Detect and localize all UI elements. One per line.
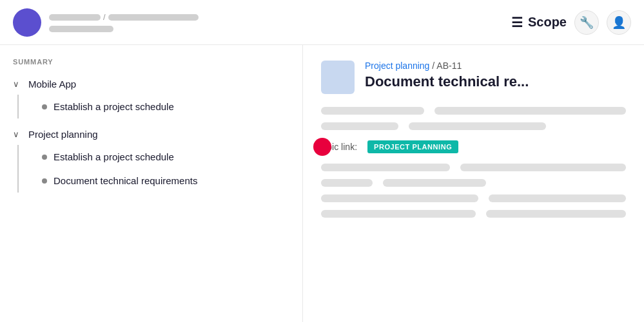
avatar (13, 8, 41, 37)
skel-2b (409, 122, 546, 130)
issue-header: Project planning / AB-11 Document techni… (321, 61, 626, 94)
wrench-icon: 🔧 (580, 15, 594, 30)
tree-parent-project-planning[interactable]: ∨ Project planning (0, 124, 302, 145)
scope-label: Scope (528, 15, 567, 30)
user-button[interactable]: 👤 (607, 10, 631, 35)
breadcrumb-part-2 (108, 14, 199, 21)
tree-group-project-planning: ∨ Project planning Establish a project s… (0, 124, 302, 193)
issue-type-icon (321, 61, 355, 94)
main-layout: SUMMARY ∨ Mobile App Establish a project… (0, 45, 644, 322)
tree-child-establish-1[interactable]: Establish a project schedule (42, 95, 302, 118)
skel-4b (383, 179, 486, 187)
skel-1b (434, 107, 626, 115)
skeleton-row-4 (321, 179, 626, 187)
skel-4a (321, 179, 373, 187)
group-label-project-planning: Project planning (28, 129, 98, 140)
skeleton-row-3 (321, 164, 626, 171)
breadcrumb-sub (49, 26, 113, 32)
child-label-establish-1: Establish a project schedule (54, 101, 174, 112)
issue-project-name: Project planning (365, 61, 429, 71)
skeleton-row-6 (321, 210, 626, 218)
skel-5a (321, 194, 478, 202)
content-body: Epic link: PROJECT PLANNING (321, 107, 626, 218)
epic-badge[interactable]: PROJECT PLANNING (367, 140, 458, 153)
header-right: ☰ Scope 🔧 👤 (511, 10, 631, 35)
tree-children-project-planning: Establish a project schedule Document te… (17, 145, 302, 193)
issue-breadcrumb-sep: / (432, 61, 434, 71)
sidebar-section-label: SUMMARY (0, 58, 302, 73)
group-label-mobile-app: Mobile App (28, 79, 76, 90)
tree-children-mobile-app: Establish a project schedule (17, 95, 302, 118)
skel-3b (460, 164, 626, 171)
breadcrumb-row-1: / (49, 12, 199, 22)
skeleton-row-2 (321, 122, 626, 130)
issue-title: Document technical re... (365, 73, 626, 90)
child-label-doc-tech: Document technical requirements (54, 175, 197, 186)
child-label-establish-2: Establish a project schedule (54, 151, 174, 162)
scope-button[interactable]: ☰ Scope (511, 15, 567, 30)
breadcrumb: / (49, 12, 199, 32)
issue-breadcrumb: Project planning / AB-11 (365, 61, 626, 71)
skel-1a (321, 107, 424, 115)
skel-2a (321, 122, 398, 130)
issue-id: AB-11 (436, 61, 462, 71)
tree-child-establish-2[interactable]: Establish a project schedule (42, 145, 302, 169)
chevron-down-icon: ∨ (13, 79, 23, 89)
skeleton-row-5 (321, 194, 626, 202)
epic-link-row: Epic link: PROJECT PLANNING (321, 140, 626, 153)
issue-meta: Project planning / AB-11 Document techni… (365, 61, 626, 90)
header: / ☰ Scope 🔧 👤 (0, 0, 644, 45)
content-panel: Project planning / AB-11 Document techni… (303, 45, 644, 322)
user-icon: 👤 (612, 15, 626, 30)
red-dot-indicator (313, 138, 331, 156)
wrench-button[interactable]: 🔧 (574, 10, 599, 35)
breadcrumb-part-1 (49, 14, 101, 21)
tree-parent-mobile-app[interactable]: ∨ Mobile App (0, 73, 302, 95)
skel-6b (486, 210, 626, 218)
skel-5b (489, 194, 626, 202)
list-icon: ☰ (511, 15, 523, 30)
skel-3a (321, 164, 450, 171)
skel-6a (321, 210, 476, 218)
tree-group-mobile-app: ∨ Mobile App Establish a project schedul… (0, 73, 302, 118)
tree-child-doc-tech[interactable]: Document technical requirements (42, 169, 302, 193)
sidebar: SUMMARY ∨ Mobile App Establish a project… (0, 45, 303, 322)
header-left: / (13, 8, 511, 37)
breadcrumb-sep: / (103, 12, 106, 22)
chevron-down-icon-2: ∨ (13, 129, 23, 139)
skeleton-row-1 (321, 107, 626, 115)
